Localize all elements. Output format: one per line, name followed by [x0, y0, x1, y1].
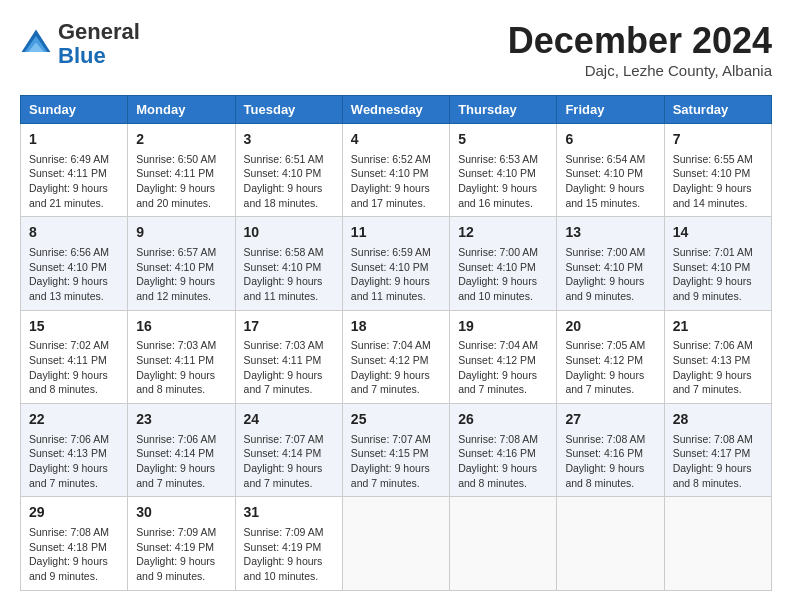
- weekday-header-tuesday: Tuesday: [235, 96, 342, 124]
- calendar-cell: 8Sunrise: 6:56 AM Sunset: 4:10 PM Daylig…: [21, 217, 128, 310]
- calendar-cell: 21Sunrise: 7:06 AM Sunset: 4:13 PM Dayli…: [664, 310, 771, 403]
- calendar-week-4: 22Sunrise: 7:06 AM Sunset: 4:13 PM Dayli…: [21, 404, 772, 497]
- day-number: 23: [136, 410, 226, 430]
- month-title: December 2024: [508, 20, 772, 62]
- day-info: Sunrise: 7:02 AM Sunset: 4:11 PM Dayligh…: [29, 338, 119, 397]
- calendar-cell: [450, 497, 557, 590]
- calendar-cell: 25Sunrise: 7:07 AM Sunset: 4:15 PM Dayli…: [342, 404, 449, 497]
- day-number: 18: [351, 317, 441, 337]
- weekday-header-friday: Friday: [557, 96, 664, 124]
- calendar-table: SundayMondayTuesdayWednesdayThursdayFrid…: [20, 95, 772, 591]
- calendar-cell: 7Sunrise: 6:55 AM Sunset: 4:10 PM Daylig…: [664, 124, 771, 217]
- location-subtitle: Dajc, Lezhe County, Albania: [508, 62, 772, 79]
- day-number: 20: [565, 317, 655, 337]
- day-info: Sunrise: 7:09 AM Sunset: 4:19 PM Dayligh…: [136, 525, 226, 584]
- title-block: December 2024 Dajc, Lezhe County, Albani…: [508, 20, 772, 79]
- day-info: Sunrise: 7:06 AM Sunset: 4:13 PM Dayligh…: [29, 432, 119, 491]
- weekday-header-monday: Monday: [128, 96, 235, 124]
- day-number: 1: [29, 130, 119, 150]
- day-number: 25: [351, 410, 441, 430]
- day-number: 28: [673, 410, 763, 430]
- calendar-cell: 1Sunrise: 6:49 AM Sunset: 4:11 PM Daylig…: [21, 124, 128, 217]
- calendar-cell: [342, 497, 449, 590]
- day-number: 10: [244, 223, 334, 243]
- calendar-cell: 15Sunrise: 7:02 AM Sunset: 4:11 PM Dayli…: [21, 310, 128, 403]
- day-info: Sunrise: 7:08 AM Sunset: 4:16 PM Dayligh…: [458, 432, 548, 491]
- calendar-cell: 6Sunrise: 6:54 AM Sunset: 4:10 PM Daylig…: [557, 124, 664, 217]
- logo-icon: [20, 28, 52, 60]
- day-info: Sunrise: 7:04 AM Sunset: 4:12 PM Dayligh…: [351, 338, 441, 397]
- calendar-cell: 23Sunrise: 7:06 AM Sunset: 4:14 PM Dayli…: [128, 404, 235, 497]
- calendar-cell: 16Sunrise: 7:03 AM Sunset: 4:11 PM Dayli…: [128, 310, 235, 403]
- day-info: Sunrise: 7:08 AM Sunset: 4:16 PM Dayligh…: [565, 432, 655, 491]
- weekday-header-sunday: Sunday: [21, 96, 128, 124]
- day-number: 15: [29, 317, 119, 337]
- weekday-header-thursday: Thursday: [450, 96, 557, 124]
- logo: General Blue: [20, 20, 140, 68]
- day-info: Sunrise: 7:00 AM Sunset: 4:10 PM Dayligh…: [458, 245, 548, 304]
- calendar-cell: 17Sunrise: 7:03 AM Sunset: 4:11 PM Dayli…: [235, 310, 342, 403]
- day-number: 2: [136, 130, 226, 150]
- page-header: General Blue December 2024 Dajc, Lezhe C…: [20, 20, 772, 79]
- calendar-cell: 10Sunrise: 6:58 AM Sunset: 4:10 PM Dayli…: [235, 217, 342, 310]
- calendar-cell: 26Sunrise: 7:08 AM Sunset: 4:16 PM Dayli…: [450, 404, 557, 497]
- calendar-cell: 5Sunrise: 6:53 AM Sunset: 4:10 PM Daylig…: [450, 124, 557, 217]
- day-info: Sunrise: 6:55 AM Sunset: 4:10 PM Dayligh…: [673, 152, 763, 211]
- calendar-cell: 11Sunrise: 6:59 AM Sunset: 4:10 PM Dayli…: [342, 217, 449, 310]
- calendar-cell: 3Sunrise: 6:51 AM Sunset: 4:10 PM Daylig…: [235, 124, 342, 217]
- day-info: Sunrise: 7:01 AM Sunset: 4:10 PM Dayligh…: [673, 245, 763, 304]
- calendar-cell: 20Sunrise: 7:05 AM Sunset: 4:12 PM Dayli…: [557, 310, 664, 403]
- calendar-week-2: 8Sunrise: 6:56 AM Sunset: 4:10 PM Daylig…: [21, 217, 772, 310]
- day-info: Sunrise: 6:53 AM Sunset: 4:10 PM Dayligh…: [458, 152, 548, 211]
- calendar-cell: 19Sunrise: 7:04 AM Sunset: 4:12 PM Dayli…: [450, 310, 557, 403]
- day-number: 22: [29, 410, 119, 430]
- day-number: 31: [244, 503, 334, 523]
- day-number: 19: [458, 317, 548, 337]
- day-info: Sunrise: 6:57 AM Sunset: 4:10 PM Dayligh…: [136, 245, 226, 304]
- day-number: 17: [244, 317, 334, 337]
- day-info: Sunrise: 7:03 AM Sunset: 4:11 PM Dayligh…: [244, 338, 334, 397]
- calendar-cell: 29Sunrise: 7:08 AM Sunset: 4:18 PM Dayli…: [21, 497, 128, 590]
- day-number: 13: [565, 223, 655, 243]
- calendar-cell: 31Sunrise: 7:09 AM Sunset: 4:19 PM Dayli…: [235, 497, 342, 590]
- day-info: Sunrise: 6:49 AM Sunset: 4:11 PM Dayligh…: [29, 152, 119, 211]
- day-info: Sunrise: 7:08 AM Sunset: 4:18 PM Dayligh…: [29, 525, 119, 584]
- day-number: 8: [29, 223, 119, 243]
- calendar-cell: [557, 497, 664, 590]
- logo-text: General Blue: [58, 20, 140, 68]
- day-number: 12: [458, 223, 548, 243]
- day-number: 16: [136, 317, 226, 337]
- day-number: 11: [351, 223, 441, 243]
- calendar-cell: 2Sunrise: 6:50 AM Sunset: 4:11 PM Daylig…: [128, 124, 235, 217]
- calendar-cell: 14Sunrise: 7:01 AM Sunset: 4:10 PM Dayli…: [664, 217, 771, 310]
- calendar-cell: 24Sunrise: 7:07 AM Sunset: 4:14 PM Dayli…: [235, 404, 342, 497]
- weekday-header-saturday: Saturday: [664, 96, 771, 124]
- day-info: Sunrise: 7:04 AM Sunset: 4:12 PM Dayligh…: [458, 338, 548, 397]
- calendar-cell: 18Sunrise: 7:04 AM Sunset: 4:12 PM Dayli…: [342, 310, 449, 403]
- calendar-cell: [664, 497, 771, 590]
- day-info: Sunrise: 6:54 AM Sunset: 4:10 PM Dayligh…: [565, 152, 655, 211]
- day-info: Sunrise: 6:52 AM Sunset: 4:10 PM Dayligh…: [351, 152, 441, 211]
- calendar-cell: 27Sunrise: 7:08 AM Sunset: 4:16 PM Dayli…: [557, 404, 664, 497]
- day-info: Sunrise: 7:09 AM Sunset: 4:19 PM Dayligh…: [244, 525, 334, 584]
- weekday-header-row: SundayMondayTuesdayWednesdayThursdayFrid…: [21, 96, 772, 124]
- calendar-cell: 4Sunrise: 6:52 AM Sunset: 4:10 PM Daylig…: [342, 124, 449, 217]
- calendar-week-5: 29Sunrise: 7:08 AM Sunset: 4:18 PM Dayli…: [21, 497, 772, 590]
- day-number: 6: [565, 130, 655, 150]
- day-info: Sunrise: 7:05 AM Sunset: 4:12 PM Dayligh…: [565, 338, 655, 397]
- day-info: Sunrise: 6:59 AM Sunset: 4:10 PM Dayligh…: [351, 245, 441, 304]
- day-info: Sunrise: 7:07 AM Sunset: 4:15 PM Dayligh…: [351, 432, 441, 491]
- day-number: 9: [136, 223, 226, 243]
- calendar-cell: 30Sunrise: 7:09 AM Sunset: 4:19 PM Dayli…: [128, 497, 235, 590]
- day-number: 5: [458, 130, 548, 150]
- day-info: Sunrise: 7:08 AM Sunset: 4:17 PM Dayligh…: [673, 432, 763, 491]
- day-number: 4: [351, 130, 441, 150]
- calendar-week-3: 15Sunrise: 7:02 AM Sunset: 4:11 PM Dayli…: [21, 310, 772, 403]
- day-number: 14: [673, 223, 763, 243]
- day-number: 21: [673, 317, 763, 337]
- day-number: 27: [565, 410, 655, 430]
- day-number: 7: [673, 130, 763, 150]
- day-info: Sunrise: 6:58 AM Sunset: 4:10 PM Dayligh…: [244, 245, 334, 304]
- day-number: 3: [244, 130, 334, 150]
- day-info: Sunrise: 7:06 AM Sunset: 4:14 PM Dayligh…: [136, 432, 226, 491]
